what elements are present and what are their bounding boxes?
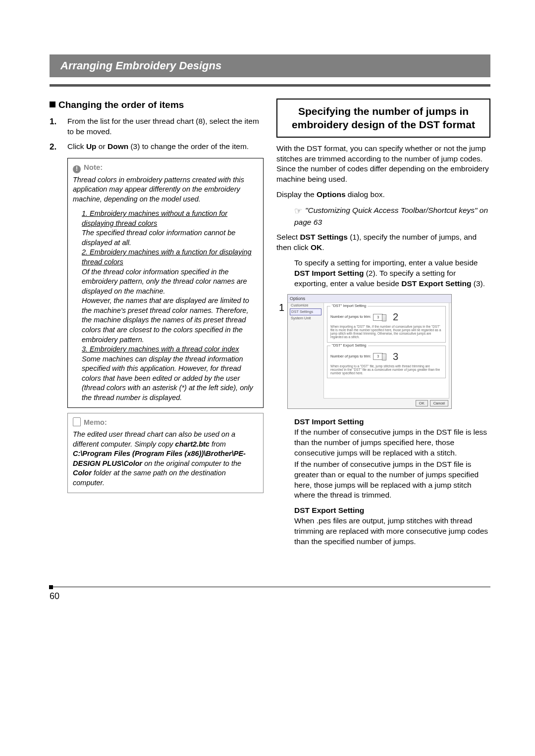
cancel-button[interactable]: Cancel xyxy=(430,400,448,406)
text: Display the xyxy=(276,190,317,199)
text: dialog box. xyxy=(346,190,385,199)
field-row: Number of jumps to trim: 3 3 xyxy=(330,350,442,363)
note-label: Note: xyxy=(84,163,103,171)
memo-text: on the original computer to the xyxy=(142,459,241,467)
reference-text: "Customizing Quick Access Toolbar/Shortc… xyxy=(294,206,488,226)
step-body: Click Up or Down (3) to change the order… xyxy=(67,142,264,153)
note-box: !Note: Thread colors in embroidery patte… xyxy=(67,158,264,408)
keyword-down: Down xyxy=(107,142,128,151)
alert-icon: ! xyxy=(73,165,81,173)
step-2: 2. Click Up or Down (3) to change the or… xyxy=(50,142,264,153)
memo-text: from xyxy=(210,440,226,448)
jumps-import-spinner[interactable]: 3 xyxy=(373,314,383,321)
group-title: "DST" Export Setting xyxy=(330,343,368,348)
step-1: 1. From the list for the user thread cha… xyxy=(50,116,264,137)
jumps-export-spinner[interactable]: 3 xyxy=(373,353,383,360)
dst-export-group: "DST" Export Setting Number of jumps to … xyxy=(327,346,446,378)
note-sub-3-body: Some machines can display the thread inf… xyxy=(82,354,258,403)
memo-icon xyxy=(73,417,81,426)
note-intro: Thread colors in embroidery patterns cre… xyxy=(73,175,258,204)
accent-rule xyxy=(50,84,490,87)
text: (3) to change the order of the item. xyxy=(128,142,249,151)
dialog-main-panel: "DST" Import Setting Number of jumps to … xyxy=(323,302,449,399)
square-bullet-icon xyxy=(50,101,55,107)
memo-filename: chart2.btc xyxy=(175,440,210,448)
text: To specify a setting for importing, ente… xyxy=(294,258,478,267)
document-page: Arranging Embroidery Designs Changing th… xyxy=(0,0,535,626)
note-subitems: 1. Embroidery machines without a functio… xyxy=(82,209,258,403)
heading-text: Changing the order of items xyxy=(58,100,184,110)
paragraph: If the number of consecutive jumps in th… xyxy=(294,427,490,458)
cross-reference: ☞"Customizing Quick Access Toolbar/Short… xyxy=(294,205,490,227)
two-column-layout: Changing the order of items 1. From the … xyxy=(50,99,490,552)
keyword-dst-import: DST Import Setting xyxy=(294,269,364,277)
keyword-dst-export: DST Export Setting xyxy=(401,279,471,288)
dialog-sidebar: Customize DST Settings System Unit xyxy=(290,302,321,321)
options-dialog: Options Customize DST Settings System Un… xyxy=(287,294,452,409)
memo-label: Memo: xyxy=(84,418,107,426)
dst-explanations: DST Import Setting If the number of cons… xyxy=(294,417,490,547)
footer-dot-icon xyxy=(49,585,53,589)
callout-2: 2 xyxy=(393,310,398,324)
keyword-ok: OK xyxy=(311,243,322,252)
memo-folder: Color xyxy=(73,469,92,477)
dialog-titlebar: Options xyxy=(288,295,451,303)
callout-1: 1 xyxy=(276,294,284,314)
section-heading-dst-jumps: Specifying the number of jumps in embroi… xyxy=(276,99,490,138)
paragraph: If the number of consecutive jumps in th… xyxy=(294,459,490,501)
paragraph: When .pes files are output, jump stitche… xyxy=(294,516,490,547)
text: Select xyxy=(276,233,300,241)
paragraph: To specify a setting for importing, ente… xyxy=(294,258,490,289)
ok-button[interactable]: OK xyxy=(416,400,428,406)
pointer-icon: ☞ xyxy=(294,206,302,216)
text: Click xyxy=(67,142,86,151)
group-description: When importing a "DST" file, if the numb… xyxy=(330,325,442,339)
right-column: Specifying the number of jumps in embroi… xyxy=(276,99,490,552)
options-dialog-figure: 1 Options Customize DST Settings System … xyxy=(276,294,490,409)
sidebar-item-dst-settings[interactable]: DST Settings xyxy=(290,308,321,315)
note-sub-2-head: 2. Embroidery machines with a function f… xyxy=(82,248,258,267)
note-sub-1-body: The specified thread color information c… xyxy=(82,228,258,248)
chapter-header: Arranging Embroidery Designs xyxy=(50,54,490,77)
dst-import-group: "DST" Import Setting Number of jumps to … xyxy=(327,306,446,343)
step-number: 1. xyxy=(50,116,67,137)
memo-text: folder at the same path on the destinati… xyxy=(73,469,226,487)
memo-box: Memo: The edited user thread chart can a… xyxy=(67,413,264,493)
paragraph: With the DST format, you can specify whe… xyxy=(276,144,490,185)
group-title: "DST" Import Setting xyxy=(330,303,368,308)
paragraph: Display the Options dialog box. xyxy=(276,190,490,200)
field-label: Number of jumps to trim: xyxy=(330,314,371,319)
field-label: Number of jumps to trim: xyxy=(330,354,371,359)
callout-3: 3 xyxy=(393,350,398,363)
keyword-options: Options xyxy=(317,190,346,199)
step-body: From the list for the user thread chart … xyxy=(67,116,264,137)
page-number: 60 xyxy=(50,591,535,602)
step-number: 2. xyxy=(50,142,67,153)
note-title: !Note: xyxy=(73,162,258,173)
dst-export-heading: DST Export Setting xyxy=(294,505,490,516)
text: . xyxy=(322,243,324,252)
sidebar-item-system-unit[interactable]: System Unit xyxy=(290,315,321,321)
paragraph: Select DST Settings (1), specify the num… xyxy=(276,232,490,253)
left-column: Changing the order of items 1. From the … xyxy=(50,99,264,552)
memo-title: Memo: xyxy=(73,417,258,428)
note-sub-1-head: 1. Embroidery machines without a functio… xyxy=(82,209,258,228)
text: or xyxy=(97,142,107,151)
note-sub-2-body: Of the thread color information specifie… xyxy=(82,267,258,345)
dst-import-heading: DST Import Setting xyxy=(294,417,490,427)
text: (3). xyxy=(472,279,485,288)
section-heading-changing-order: Changing the order of items xyxy=(50,99,264,111)
note-sub-3-head: 3. Embroidery machines with a thread col… xyxy=(82,345,258,354)
group-description: When exporting to a "DST" file, jump sti… xyxy=(330,364,442,375)
footer-rule xyxy=(50,587,490,587)
keyword-up: Up xyxy=(86,142,97,151)
sidebar-item-customize[interactable]: Customize xyxy=(290,302,321,308)
keyword-dst-settings: DST Settings xyxy=(300,233,347,241)
dialog-buttons: OK Cancel xyxy=(416,400,448,406)
field-row: Number of jumps to trim: 3 2 xyxy=(330,310,442,324)
